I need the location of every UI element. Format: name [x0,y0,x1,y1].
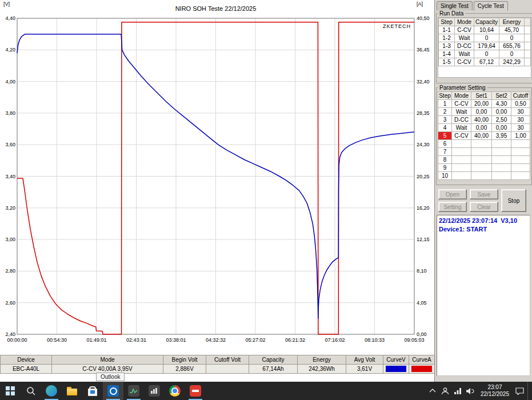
show-desktop-button[interactable] [527,382,531,400]
cell [452,140,471,148]
summary-table: DeviceModeBegin VoltCutoff VoltCapacityE… [0,355,435,374]
cell: 1,00 [511,132,530,140]
table-row[interactable]: 1-4Wait00 [439,50,531,58]
summary-column-header: CurveV [383,355,409,365]
tray-user-button[interactable] [441,386,450,395]
cell: C-CV [452,100,471,108]
taskbar-app-1[interactable] [123,382,144,400]
left-axis-unit: [V] [3,1,10,7]
taskbar-app-2[interactable] [144,382,165,400]
table-row[interactable]: 6 [438,140,530,148]
hidden-icons-button[interactable] [428,386,437,395]
table-row[interactable]: 1-3D-CC179,64655,76 [439,42,531,50]
run-data-group: Run Data StepModeCapacityEnergy1-1C-CV10… [436,10,532,83]
cell: 10,64 [474,26,499,34]
eb-tester-icon [190,385,201,397]
stop-button[interactable]: Stop [501,189,526,212]
table-row[interactable]: 1C-CV20,004,300,50 [438,100,530,108]
table-row[interactable]: 9 [438,164,530,172]
run-data-table: StepModeCapacityEnergy1-1C-CV10,6445,701… [438,18,531,66]
clear-button[interactable]: Clear [470,202,498,212]
table-row[interactable]: 4Wait0,000,0030 [438,124,530,132]
column-header: Cutoff [511,92,530,100]
chart: 4,404,204,003,803,603,403,203,002,802,60… [0,0,434,354]
svg-text:3,80: 3,80 [5,110,15,116]
cell [452,164,471,172]
app-window: 4,404,204,003,803,603,403,203,002,802,60… [0,0,532,400]
cell: Wait [452,124,471,132]
svg-text:24,30: 24,30 [417,142,430,147]
edge-icon [46,385,57,397]
setting-button[interactable]: Setting [438,202,467,212]
cell [511,148,530,156]
summary-cutoff-volt [206,365,249,374]
cell: 30 [511,124,530,132]
taskbar-chrome[interactable] [165,382,185,400]
cell: 5 [438,132,452,140]
cell [471,140,492,148]
save-button[interactable]: Save [470,189,498,199]
table-row[interactable]: 1-2Wait00 [439,34,531,42]
svg-text:4,00: 4,00 [5,79,15,85]
search-button[interactable] [21,382,41,400]
table-row[interactable]: 1-1C-CV10,6445,70 [439,26,531,34]
svg-text:12,15: 12,15 [417,237,430,242]
cell [492,164,511,172]
table-row[interactable]: 7 [438,148,530,156]
cell [471,148,492,156]
svg-text:02:43:31: 02:43:31 [126,337,146,343]
table-row[interactable]: 1-5C-CV67,12242,29 [439,58,531,66]
start-button[interactable] [0,382,21,400]
cell: 1-2 [439,34,455,42]
table-row[interactable]: 10 [438,172,530,180]
cell: 0 [499,34,525,42]
log-console[interactable]: 22/12/2025 23:07:14 V3,10Device1: START [437,215,530,376]
tab-cycle-test[interactable]: Cycle Test [474,1,508,11]
svg-text:05:27:02: 05:27:02 [245,337,265,343]
open-button[interactable]: Open [438,189,467,199]
svg-text:00:00:00: 00:00:00 [7,337,27,343]
table-header-row: StepModeSet1Set2Cutoff [438,92,530,100]
svg-text:28,35: 28,35 [417,110,430,116]
cell: 4 [438,124,452,132]
table-header-row: StepModeCapacityEnergy [439,18,531,26]
svg-text:3,20: 3,20 [5,205,15,211]
table-row[interactable]: 3D-CC40,002,5030 [438,116,530,124]
cell: 0 [499,50,525,58]
svg-text:09:05:03: 09:05:03 [404,337,424,343]
speaker-icon [466,387,474,395]
network-button[interactable] [453,386,462,395]
cell: 8 [438,156,452,164]
cell: 0,00 [471,108,492,116]
summary-avg-volt: 3,61V [346,365,383,374]
cell: 1-5 [439,58,455,66]
taskbar-eb-tester[interactable] [185,382,206,400]
cell: C-CV [455,58,474,66]
cell [452,148,471,156]
table-row[interactable]: 2Wait0,000,0030 [438,108,530,116]
volume-button[interactable] [466,386,475,395]
taskbar-store[interactable] [82,382,103,400]
taskbar-apps [0,382,206,400]
notification-center-button[interactable] [515,386,524,395]
taskbar-outlook[interactable] [103,382,123,400]
right-axis-unit: [A] [417,1,423,7]
taskbar-file-explorer[interactable] [62,382,82,400]
summary-column-header: Begin Volt [163,355,206,365]
cell [492,156,511,164]
cell: 2,50 [492,116,511,124]
column-header: Mode [455,18,474,26]
cell: D-CC [452,116,471,124]
tab-single-test[interactable]: Single Test [437,1,473,10]
svg-text:3,60: 3,60 [5,142,15,147]
cell [511,164,530,172]
cell: 1-3 [439,42,455,50]
cell [525,58,531,66]
svg-text:2,80: 2,80 [5,268,15,274]
taskbar-clock[interactable]: 23:07 22/12/2025 [478,384,511,398]
taskbar-edge[interactable] [41,382,62,400]
svg-text:2,40: 2,40 [5,331,15,337]
table-row[interactable]: 8 [438,156,530,164]
table-row[interactable]: 5C-CV40,003,951,00 [438,132,530,140]
parameter-title: Parameter Setting [438,85,487,91]
